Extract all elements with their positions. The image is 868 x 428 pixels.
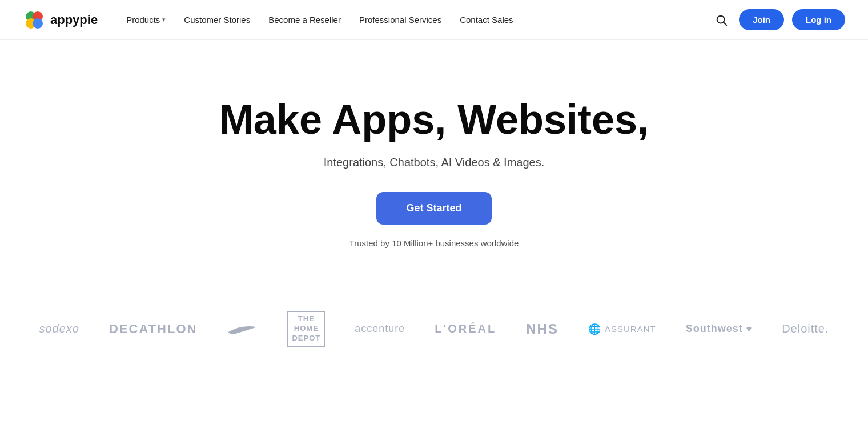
- logo-link[interactable]: appypie: [23, 9, 98, 31]
- assurant-globe-icon: 🌐: [588, 323, 601, 335]
- logo-decathlon: DECATHLON: [109, 322, 197, 337]
- chevron-down-icon: ▾: [162, 16, 166, 23]
- logo-southwest: Southwest♥: [686, 323, 753, 335]
- logo-text: appypie: [50, 13, 98, 27]
- logo-deloitte: Deloitte.: [782, 322, 829, 335]
- logos-strip: sodexo DECATHLON THE HOME DEPOT accentur…: [0, 282, 868, 364]
- logo-nike: [227, 322, 258, 336]
- logo-assurant: 🌐 ASSURANT: [588, 323, 656, 335]
- nav-item-professional-services[interactable]: Professional Services: [351, 10, 449, 29]
- logo-icon: [23, 9, 46, 31]
- logo-homedepot: THE HOME DEPOT: [287, 311, 325, 347]
- join-button[interactable]: Join: [739, 9, 784, 30]
- nike-swoosh-icon: [227, 322, 258, 336]
- nav-item-customer-stories[interactable]: Customer Stories: [176, 10, 258, 29]
- nav-item-products[interactable]: Products ▾: [118, 10, 174, 29]
- logo-accenture: accenture: [355, 323, 405, 335]
- logo-sodexo: sodexo: [39, 322, 79, 335]
- search-button[interactable]: [712, 10, 731, 30]
- get-started-button[interactable]: Get Started: [376, 192, 491, 225]
- hero-section: Make Apps, Websites, Integrations, Chatb…: [0, 40, 868, 282]
- nav-item-become-reseller[interactable]: Become a Reseller: [260, 10, 349, 29]
- logo-loreal: L'ORÉAL: [435, 322, 496, 335]
- trusted-text: Trusted by 10 Million+ businesses worldw…: [349, 238, 519, 248]
- hero-subtitle: Integrations, Chatbots, AI Videos & Imag…: [324, 156, 545, 169]
- login-button[interactable]: Log in: [792, 9, 845, 30]
- search-icon: [715, 14, 728, 26]
- nav-item-contact-sales[interactable]: Contact Sales: [452, 10, 521, 29]
- logo-nhs: NHS: [526, 321, 558, 337]
- nav-links: Products ▾ Customer Stories Become a Res…: [118, 10, 712, 29]
- navbar: appypie Products ▾ Customer Stories Beco…: [0, 0, 868, 40]
- nav-right: Join Log in: [712, 9, 845, 30]
- svg-line-5: [724, 22, 726, 25]
- svg-point-3: [33, 18, 43, 29]
- hero-title: Make Apps, Websites,: [219, 97, 649, 142]
